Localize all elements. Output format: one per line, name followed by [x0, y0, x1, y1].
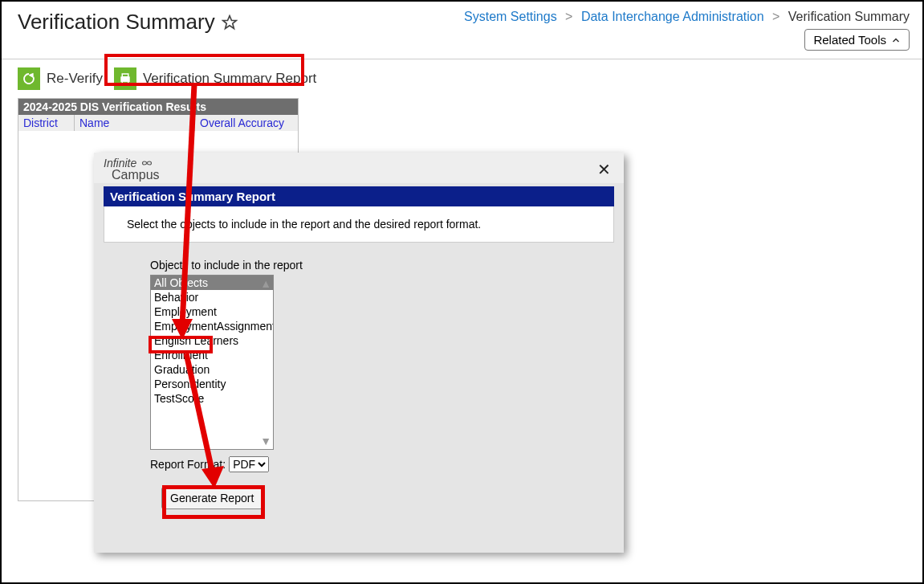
object-option-employment[interactable]: Employment: [151, 304, 273, 319]
object-option-enrollment[interactable]: Enrollment: [151, 348, 273, 362]
objects-listbox[interactable]: ▲ ▼ All ObjectsBehaviorEmploymentEmploym…: [150, 275, 274, 450]
scroll-down-icon[interactable]: ▼: [260, 435, 271, 447]
format-select[interactable]: PDF: [229, 456, 269, 472]
breadcrumb-data-interchange[interactable]: Data Interchange Administration: [581, 10, 764, 23]
object-option-english-learners[interactable]: English Learners: [151, 333, 273, 348]
verification-report-button[interactable]: Verification Summary Report: [114, 67, 316, 90]
objects-label: Objects to include in the report: [150, 259, 614, 272]
scroll-up-icon[interactable]: ▲: [260, 277, 271, 290]
reverify-label: Re-Verify: [47, 71, 103, 87]
svg-marker-1: [29, 73, 33, 77]
col-accuracy-header[interactable]: Overall Accuracy: [200, 116, 284, 129]
breadcrumb-system-settings[interactable]: System Settings: [464, 10, 557, 23]
object-option-graduation[interactable]: Graduation: [151, 362, 273, 377]
related-tools-button[interactable]: Related Tools: [804, 29, 910, 51]
breadcrumb-sep: >: [767, 10, 784, 23]
related-tools-label: Related Tools: [813, 33, 886, 47]
breadcrumb: System Settings > Data Interchange Admin…: [464, 10, 910, 24]
svg-rect-3: [122, 74, 128, 77]
col-name-header[interactable]: Name: [79, 116, 109, 129]
logo-bottom-text: Campus: [104, 169, 160, 182]
chevron-up-icon: [891, 35, 901, 45]
report-modal: Infinite Campus ✕ Verification Summary R…: [94, 153, 624, 553]
modal-description: Select the objects to include in the rep…: [104, 206, 614, 243]
page-title: Verification Summary: [18, 10, 215, 35]
breadcrumb-current: Verification Summary: [788, 10, 910, 23]
star-icon[interactable]: [222, 14, 238, 31]
breadcrumb-sep: >: [560, 10, 577, 23]
print-icon: [114, 67, 136, 90]
refresh-icon: [18, 67, 40, 90]
infinite-campus-logo: Infinite Campus: [104, 157, 160, 182]
logo-top-text: Infinite: [104, 157, 136, 169]
svg-marker-0: [222, 15, 236, 28]
object-option-all-objects[interactable]: All Objects: [151, 276, 273, 290]
generate-report-button[interactable]: Generate Report: [161, 487, 263, 509]
results-title: 2024-2025 DIS Verification Results: [18, 99, 298, 115]
object-option-testscore[interactable]: TestScore: [151, 391, 273, 406]
reverify-button[interactable]: Re-Verify: [18, 67, 103, 90]
close-icon[interactable]: ✕: [594, 158, 614, 181]
modal-title: Verification Summary Report: [104, 186, 614, 206]
infinity-icon: [138, 158, 156, 168]
object-option-behavior[interactable]: Behavior: [151, 290, 273, 304]
format-label: Report Format:: [150, 458, 226, 471]
col-district-header[interactable]: District: [23, 116, 58, 129]
object-option-employmentassignment[interactable]: EmploymentAssignment: [151, 319, 273, 333]
verification-report-label: Verification Summary Report: [143, 71, 316, 87]
object-option-personidentity[interactable]: PersonIdentity: [151, 377, 273, 391]
